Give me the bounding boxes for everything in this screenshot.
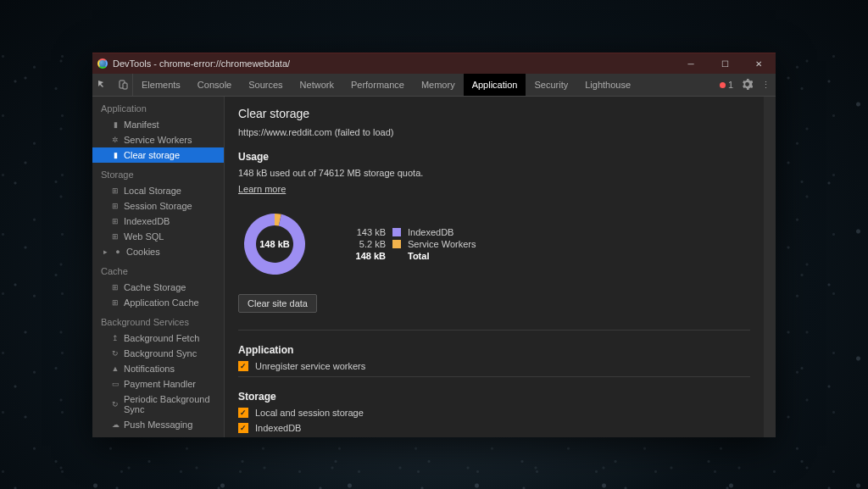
grid-icon: ⊞ — [111, 217, 120, 225]
sidebar-item-label: Web SQL — [124, 231, 164, 242]
tab-console[interactable]: Console — [189, 74, 240, 96]
usage-donut-chart: 148 kB — [238, 208, 311, 281]
sidebar-item-background-fetch[interactable]: ↥Background Fetch — [92, 331, 224, 346]
site-url: https://www.reddit.com (failed to load) — [238, 127, 750, 137]
window-title: DevTools - chrome-error://chromewebdata/ — [113, 58, 290, 69]
sidebar-item-indexeddb[interactable]: ⊞IndexedDB — [92, 214, 224, 229]
sidebar-item-periodic-background-sync[interactable]: ↻Periodic Background Sync — [92, 392, 224, 417]
tab-network[interactable]: Network — [292, 74, 342, 96]
section-application: Application✓Unregister service workers — [238, 330, 750, 371]
sidebar-header: Storage — [92, 163, 224, 183]
sidebar-header: Frames — [92, 432, 224, 437]
grid-icon: ⊞ — [111, 186, 120, 195]
checkbox-label: Local and session storage — [255, 408, 364, 418]
inspect-icon[interactable] — [92, 74, 113, 96]
tab-security[interactable]: Security — [526, 74, 576, 96]
close-button[interactable]: ✕ — [742, 53, 776, 74]
grid-icon: ⊞ — [111, 298, 120, 307]
tab-elements[interactable]: Elements — [133, 74, 189, 96]
gear-icon[interactable] — [742, 79, 753, 92]
bell-icon: ▲ — [111, 364, 120, 373]
legend-row: 143 kBIndexedDB — [345, 227, 476, 237]
window-titlebar[interactable]: DevTools - chrome-error://chromewebdata/… — [92, 53, 776, 74]
checkbox-label: Unregister service workers — [255, 361, 365, 371]
usage-header: Usage — [238, 151, 750, 163]
gear-icon: ✲ — [111, 136, 120, 144]
sidebar-item-label: Payment Handler — [124, 379, 196, 389]
file-icon: ▮ — [111, 120, 120, 129]
sidebar-item-label: Notifications — [124, 364, 175, 374]
learn-more-link[interactable]: Learn more — [238, 184, 286, 194]
maximize-button[interactable]: ☐ — [708, 53, 742, 74]
sidebar-item-web-sql[interactable]: ⊞Web SQL — [92, 229, 224, 244]
sidebar-item-application-cache[interactable]: ⊞Application Cache — [92, 295, 224, 310]
tab-memory[interactable]: Memory — [413, 74, 464, 96]
svg-rect-1 — [123, 83, 127, 89]
sidebar-item-label: IndexedDB — [124, 216, 170, 226]
sidebar-header: Application — [92, 97, 224, 117]
kebab-icon[interactable]: ⋮ — [761, 80, 771, 91]
db-icon: ▮ — [111, 151, 120, 159]
checkbox-icon[interactable]: ✓ — [238, 408, 248, 418]
sidebar-item-label: Service Workers — [124, 135, 192, 145]
sidebar-header: Background Services — [92, 310, 224, 331]
usage-text: 148 kB used out of 74612 MB storage quot… — [238, 168, 750, 178]
chevron-right-icon: ▸ — [101, 247, 109, 256]
page-title: Clear storage — [238, 107, 750, 120]
tab-performance[interactable]: Performance — [342, 74, 413, 96]
sidebar-item-label: Cookies — [126, 247, 160, 257]
checkbox-label: IndexedDB — [255, 423, 301, 433]
sidebar-item-background-sync[interactable]: ↻Background Sync — [92, 346, 224, 361]
devtools-tabbar: Elements Console Sources Network Perform… — [92, 74, 776, 97]
legend-label: Service Workers — [408, 239, 476, 249]
grid-icon: ⊞ — [111, 202, 120, 210]
sidebar-item-local-storage[interactable]: ⊞Local Storage — [92, 183, 224, 198]
checkbox-row[interactable]: ✓IndexedDB — [238, 423, 750, 433]
sidebar-item-label: Push Messaging — [124, 420, 192, 430]
chrome-icon — [97, 58, 108, 69]
tab-sources[interactable]: Sources — [240, 74, 291, 96]
sidebar-item-label: Cache Storage — [124, 282, 186, 292]
sidebar-item-label: Application Cache — [124, 297, 199, 308]
devtools-window: DevTools - chrome-error://chromewebdata/… — [92, 53, 776, 437]
sidebar-item-service-workers[interactable]: ✲Service Workers — [92, 132, 224, 147]
chart-legend: 143 kBIndexedDB5.2 kBService Workers148 … — [345, 225, 476, 263]
minimize-button[interactable]: ─ — [674, 53, 708, 74]
legend-label: IndexedDB — [408, 227, 453, 237]
section-storage: Storage✓Local and session storage✓Indexe… — [238, 376, 750, 437]
legend-row: 5.2 kBService Workers — [345, 239, 476, 249]
scrollbar[interactable] — [764, 97, 776, 437]
legend-total: 148 kBTotal — [345, 251, 476, 261]
sidebar-item-notifications[interactable]: ▲Notifications — [92, 361, 224, 376]
tab-application[interactable]: Application — [464, 74, 526, 96]
device-icon[interactable] — [113, 74, 133, 96]
checkbox-icon[interactable]: ✓ — [238, 361, 248, 371]
sidebar-item-label: Background Fetch — [124, 333, 199, 343]
sidebar-item-manifest[interactable]: ▮Manifest — [92, 117, 224, 132]
section-header: Storage — [238, 391, 750, 403]
legend-value: 5.2 kB — [345, 239, 386, 249]
fetch-icon: ↥ — [111, 334, 120, 342]
checkbox-row[interactable]: ✓Local and session storage — [238, 408, 750, 418]
sidebar-item-cache-storage[interactable]: ⊞Cache Storage — [92, 280, 224, 295]
checkbox-icon[interactable]: ✓ — [238, 423, 248, 433]
sidebar-item-clear-storage[interactable]: ▮Clear storage — [92, 147, 224, 163]
grid-icon: ⊞ — [111, 283, 120, 292]
legend-swatch — [392, 240, 401, 248]
sidebar-item-payment-handler[interactable]: ▭Payment Handler — [92, 376, 224, 392]
sidebar-item-label: Periodic Background Sync — [124, 394, 215, 414]
clear-site-data-button[interactable]: Clear site data — [238, 294, 317, 313]
sidebar-item-cookies[interactable]: ▸●Cookies — [92, 244, 224, 259]
sidebar-item-label: Background Sync — [124, 348, 197, 358]
error-badge[interactable]: 1 — [720, 80, 733, 90]
sidebar-item-session-storage[interactable]: ⊞Session Storage — [92, 198, 224, 214]
sidebar-item-label: Manifest — [124, 119, 159, 130]
sidebar-item-push-messaging[interactable]: ☁Push Messaging — [92, 417, 224, 432]
donut-center-label: 148 kB — [238, 208, 311, 281]
legend-swatch — [392, 228, 401, 236]
tab-lighthouse[interactable]: Lighthouse — [576, 74, 639, 96]
checkbox-row[interactable]: ✓Unregister service workers — [238, 361, 750, 371]
sync-icon: ↻ — [111, 400, 120, 408]
sync-icon: ↻ — [111, 349, 120, 358]
grid-icon: ⊞ — [111, 232, 120, 241]
